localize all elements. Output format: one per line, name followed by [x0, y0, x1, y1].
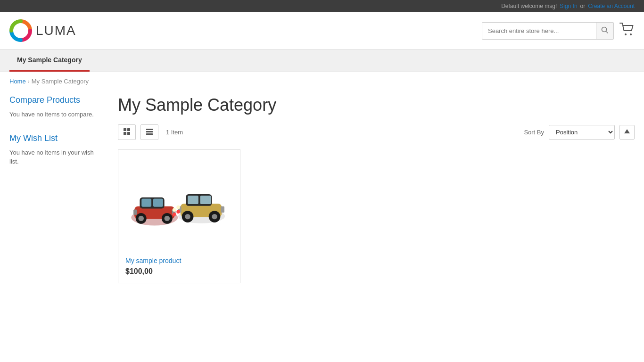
breadcrumb-current: My Sample Category [32, 78, 89, 85]
search-input[interactable] [482, 24, 596, 38]
product-grid: My sample product $100,00 [118, 149, 635, 283]
cart-button[interactable] [619, 23, 635, 39]
svg-point-32 [185, 214, 190, 219]
svg-point-25 [173, 213, 176, 216]
search-box [482, 22, 614, 40]
svg-rect-7 [124, 132, 126, 135]
top-bar: Default welcome msg! Sign In or Create a… [0, 0, 644, 12]
svg-rect-36 [221, 206, 224, 213]
svg-point-3 [625, 33, 627, 35]
svg-rect-10 [146, 131, 153, 132]
product-image [125, 157, 233, 251]
svg-point-1 [602, 27, 607, 32]
svg-point-24 [173, 208, 176, 212]
svg-rect-17 [153, 199, 163, 207]
wishlist-empty-text: You have no items in your wish list. [9, 148, 104, 166]
logo-text: LUMA [36, 23, 76, 38]
wishlist-section: My Wish List You have no items in your w… [9, 133, 104, 166]
toolbar: 1 Item Sort By Position Product Name Pri… [118, 124, 635, 140]
svg-rect-11 [146, 133, 153, 135]
svg-rect-6 [127, 128, 130, 131]
search-button[interactable] [596, 23, 613, 39]
svg-rect-29 [188, 196, 198, 204]
svg-rect-22 [133, 209, 137, 214]
sort-label: Sort By [524, 129, 544, 136]
svg-point-19 [139, 216, 144, 221]
svg-rect-8 [127, 132, 130, 135]
svg-rect-30 [200, 196, 211, 204]
svg-point-34 [212, 214, 217, 219]
logo-link[interactable]: LUMA [9, 19, 76, 42]
wishlist-title: My Wish List [9, 133, 104, 143]
sort-select[interactable]: Position Product Name Price [549, 125, 615, 140]
svg-point-38 [176, 210, 180, 214]
breadcrumb-home[interactable]: Home [9, 78, 26, 85]
compare-products-section: Compare Products You have no items to co… [9, 95, 104, 119]
page-title: My Sample Category [118, 90, 635, 115]
svg-rect-16 [141, 199, 151, 207]
or-text: or [580, 3, 586, 9]
main-content: Compare Products You have no items to co… [0, 90, 644, 302]
svg-rect-5 [124, 128, 126, 131]
svg-point-21 [165, 216, 170, 221]
item-count: 1 Item [166, 129, 519, 136]
product-price: $100,00 [125, 267, 233, 276]
product-image-svg [125, 166, 233, 242]
product-card: My sample product $100,00 [118, 149, 240, 283]
compare-empty-text: You have no items to compare. [9, 110, 104, 119]
sidebar: Compare Products You have no items to co… [9, 90, 104, 283]
breadcrumb-separator: › [28, 78, 30, 85]
sort-direction-button[interactable] [619, 125, 635, 140]
svg-marker-12 [624, 129, 630, 133]
compare-products-title: Compare Products [9, 95, 104, 105]
header: LUMA [0, 12, 644, 49]
nav-item-category[interactable]: My Sample Category [9, 49, 90, 72]
grid-view-button[interactable] [118, 124, 136, 140]
luma-logo-icon [9, 19, 32, 42]
header-right [482, 22, 635, 40]
sign-in-link[interactable]: Sign In [560, 3, 577, 9]
svg-rect-9 [146, 129, 153, 130]
svg-point-4 [630, 33, 632, 35]
welcome-message: Default welcome msg! [501, 3, 557, 9]
breadcrumb: Home › My Sample Category [0, 72, 644, 90]
nav-bar: My Sample Category [0, 49, 644, 72]
product-area: My Sample Category 1 Item Sort By [118, 90, 635, 283]
create-account-link[interactable]: Create an Account [588, 3, 635, 9]
product-name[interactable]: My sample product [125, 257, 233, 264]
svg-point-37 [176, 206, 180, 209]
svg-line-2 [606, 31, 608, 33]
list-view-button[interactable] [140, 124, 158, 140]
